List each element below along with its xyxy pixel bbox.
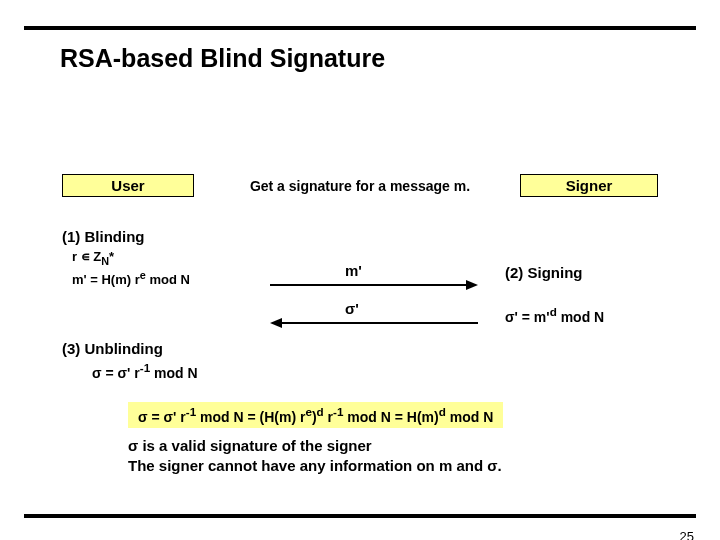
step1-formula: r ∊ ZN* m' = H(m) re mod N [72,249,190,289]
user-box: User [62,174,194,197]
step1-line1: r ∊ Z [72,249,101,264]
center-caption: Get a signature for a message m. [200,178,520,194]
d6: mod N [446,409,493,425]
d4: r [324,409,333,425]
ds5: d [439,405,446,418]
derivation-box: σ = σ' r-1 mod N = (H(m) re)d r-1 mod N … [128,402,503,428]
step2-formula: σ' = m'd mod N [505,305,604,325]
step3-pre: σ = σ' r [92,365,140,381]
step3-formula: σ = σ' r-1 mod N [92,361,198,381]
d1: σ = σ' r [138,409,186,425]
arrow-left-label: σ' [345,300,359,317]
svg-marker-3 [270,318,282,328]
step2-pre: σ' = m' [505,309,550,325]
d5: mod N = H(m) [343,409,438,425]
bottom-rule [24,514,696,518]
ds4: -1 [333,405,343,418]
step3-sup: -1 [140,361,150,374]
step3-title: (3) Unblinding [62,340,163,357]
top-rule [24,26,696,30]
page-number: 25 [680,529,694,540]
conclusion: σ is a valid signature of the signer The… [128,436,502,475]
svg-marker-1 [466,280,478,290]
step1-line1-post: * [109,249,114,264]
ds3: d [317,405,324,418]
conclusion-line1: σ is a valid signature of the signer [128,436,502,456]
step2-title: (2) Signing [505,264,583,281]
slide-title: RSA-based Blind Signature [60,44,720,73]
step1-title: (1) Blinding [62,228,145,245]
arrow-left-icon [270,316,478,330]
step3-post: mod N [150,365,197,381]
d2: mod N = (H(m) r [196,409,305,425]
step1-line2-post: mod N [146,272,190,287]
step2-sup: d [550,305,557,318]
conclusion-line2: The signer cannot have any information o… [128,456,502,476]
slide: RSA-based Blind Signature User Signer Ge… [0,26,720,540]
step1-sub: N [101,255,109,267]
signer-box: Signer [520,174,658,197]
step1-line2-pre: m' = H(m) r [72,272,140,287]
arrow-right-icon [270,278,478,292]
ds1: -1 [186,405,196,418]
arrow-right-label: m' [345,262,362,279]
step2-post: mod N [557,309,604,325]
